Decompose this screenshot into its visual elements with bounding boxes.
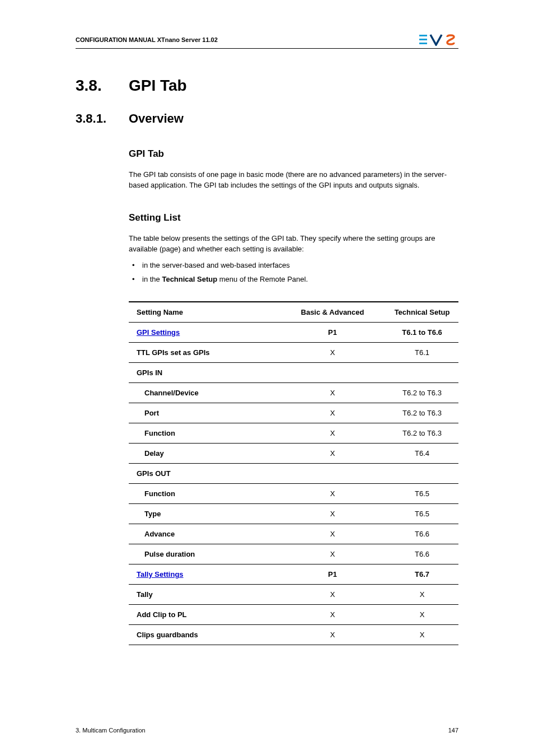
table-row: Add Clip to PLXX <box>129 604 458 624</box>
setting-list-heading: Setting List <box>129 212 458 223</box>
svg-rect-1 <box>419 39 427 40</box>
cell-setting-name: GPIs IN <box>129 362 279 382</box>
section-heading: 3.8. GPI Tab <box>76 77 458 95</box>
cell-setting-name: Type <box>129 503 279 524</box>
footer-page-number: 147 <box>448 727 458 734</box>
bullet-bold-text: Technical Setup <box>162 275 217 283</box>
cell-basic-advanced: X <box>279 524 386 544</box>
svg-rect-2 <box>419 43 427 44</box>
cell-setting-name: Pulse duration <box>129 544 279 564</box>
page-footer: 3. Multicam Configuration 147 <box>76 727 458 734</box>
cell-basic-advanced: P1 <box>279 564 386 584</box>
cell-basic-advanced: P1 <box>279 322 386 342</box>
subsection-title: Overview <box>129 111 184 126</box>
cell-basic-advanced: X <box>279 624 386 645</box>
svg-rect-0 <box>419 35 427 36</box>
table-row: Channel/DeviceXT6.2 to T6.3 <box>129 382 458 403</box>
cell-basic-advanced: X <box>279 342 386 362</box>
cell-setting-name: GPIs OUT <box>129 463 279 483</box>
cell-setting-name: Delay <box>129 443 279 463</box>
cell-setting-name: Channel/Device <box>129 382 279 403</box>
cell-technical-setup: T6.2 to T6.3 <box>386 403 458 423</box>
cell-technical-setup <box>386 362 458 382</box>
cell-setting-name: Function <box>129 483 279 503</box>
table-row: Pulse durationXT6.6 <box>129 544 458 564</box>
table-row: FunctionXT6.2 to T6.3 <box>129 423 458 443</box>
cell-technical-setup: X <box>386 604 458 624</box>
bullet-text: menu of the Remote Panel. <box>217 275 308 283</box>
cell-setting-name: TTL GPIs set as GPIs <box>129 342 279 362</box>
cell-setting-name: Advance <box>129 524 279 544</box>
table-row: Tally SettingsP1T6.7 <box>129 564 458 584</box>
cell-basic-advanced <box>279 362 386 382</box>
table-row: DelayXT6.4 <box>129 443 458 463</box>
cell-setting-name: Add Clip to PL <box>129 604 279 624</box>
cell-basic-advanced: X <box>279 423 386 443</box>
cell-technical-setup: X <box>386 624 458 645</box>
header-technical-setup: Technical Setup <box>386 302 458 323</box>
cell-technical-setup: T6.6 <box>386 544 458 564</box>
header-basic-advanced: Basic & Advanced <box>279 302 386 323</box>
cell-technical-setup: T6.4 <box>386 443 458 463</box>
header-setting-name: Setting Name <box>129 302 279 323</box>
table-row: GPIs IN <box>129 362 458 382</box>
cell-technical-setup: T6.1 <box>386 342 458 362</box>
page-header: CONFIGURATION MANUAL XTnano Server 11.02 <box>76 34 458 49</box>
cell-technical-setup: T6.1 to T6.6 <box>386 322 458 342</box>
bullet-item: in the server-based and web-based interf… <box>129 260 458 272</box>
section-title: GPI Tab <box>129 77 187 95</box>
table-header-row: Setting Name Basic & Advanced Technical … <box>129 302 458 323</box>
cell-basic-advanced: X <box>279 403 386 423</box>
bullet-item: in the Technical Setup menu of the Remot… <box>129 274 458 286</box>
cell-setting-name[interactable]: Tally Settings <box>129 564 279 584</box>
subsection-heading: 3.8.1. Overview <box>76 111 458 126</box>
cell-setting-name: Tally <box>129 584 279 604</box>
cell-setting-name[interactable]: GPI Settings <box>129 322 279 342</box>
cell-technical-setup: T6.2 to T6.3 <box>386 382 458 403</box>
cell-technical-setup: T6.5 <box>386 483 458 503</box>
cell-basic-advanced: X <box>279 503 386 524</box>
table-row: GPI SettingsP1T6.1 to T6.6 <box>129 322 458 342</box>
subsection-number: 3.8.1. <box>76 111 129 126</box>
cell-technical-setup: T6.6 <box>386 524 458 544</box>
setting-link[interactable]: GPI Settings <box>137 328 180 337</box>
cell-basic-advanced: X <box>279 443 386 463</box>
setting-list-intro: The table below presents the settings of… <box>129 234 458 255</box>
cell-basic-advanced: X <box>279 584 386 604</box>
table-row: Clips guardbandsXX <box>129 624 458 645</box>
table-row: FunctionXT6.5 <box>129 483 458 503</box>
cell-setting-name: Function <box>129 423 279 443</box>
footer-chapter: 3. Multicam Configuration <box>76 727 146 734</box>
table-row: TallyXX <box>129 584 458 604</box>
table-row: GPIs OUT <box>129 463 458 483</box>
cell-basic-advanced: X <box>279 604 386 624</box>
cell-technical-setup: T6.5 <box>386 503 458 524</box>
settings-table: Setting Name Basic & Advanced Technical … <box>129 301 458 645</box>
cell-technical-setup: X <box>386 584 458 604</box>
evs-logo <box>419 34 458 46</box>
table-row: TypeXT6.5 <box>129 503 458 524</box>
cell-basic-advanced <box>279 463 386 483</box>
table-row: AdvanceXT6.6 <box>129 524 458 544</box>
table-row: TTL GPIs set as GPIsXT6.1 <box>129 342 458 362</box>
cell-basic-advanced: X <box>279 483 386 503</box>
cell-technical-setup: T6.2 to T6.3 <box>386 423 458 443</box>
cell-setting-name: Port <box>129 403 279 423</box>
cell-technical-setup <box>386 463 458 483</box>
cell-basic-advanced: X <box>279 382 386 403</box>
cell-technical-setup: T6.7 <box>386 564 458 584</box>
gpi-tab-paragraph: The GPI tab consists of one page in basi… <box>129 170 458 191</box>
setting-link[interactable]: Tally Settings <box>137 570 184 578</box>
cell-setting-name: Clips guardbands <box>129 624 279 645</box>
cell-basic-advanced: X <box>279 544 386 564</box>
setting-list-bullets: in the server-based and web-based interf… <box>129 260 458 286</box>
table-row: PortXT6.2 to T6.3 <box>129 403 458 423</box>
gpi-tab-heading: GPI Tab <box>129 148 458 160</box>
header-title: CONFIGURATION MANUAL XTnano Server 11.02 <box>76 36 218 43</box>
section-number: 3.8. <box>76 77 129 95</box>
bullet-text: in the server-based and web-based interf… <box>142 261 290 269</box>
bullet-text: in the <box>142 275 162 283</box>
